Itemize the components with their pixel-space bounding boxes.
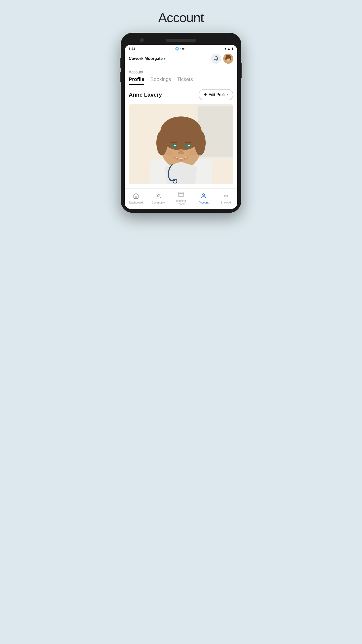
nav-label-dashboard: Dashboard	[129, 201, 143, 204]
account-section: Account Profile Bookings Tickets	[125, 67, 237, 85]
phone-screen: 6:33 🌐 ▪ ⊘ ▾ ▲ ▮ Cowork Moorgate ▾	[125, 45, 237, 209]
bell-icon	[214, 56, 219, 61]
user-avatar[interactable]	[223, 54, 233, 64]
signal-icon: ▲	[227, 47, 231, 51]
nav-item-dashboard[interactable]: Dashboard	[125, 193, 147, 204]
section-label: Account	[129, 70, 233, 74]
svg-point-27	[159, 194, 160, 195]
svg-point-26	[157, 194, 158, 195]
account-icon	[201, 193, 207, 200]
user-name: Anne Lavery	[129, 92, 162, 98]
svg-point-24	[189, 150, 197, 155]
svg-rect-28	[179, 192, 183, 197]
nav-item-community[interactable]: Community	[147, 193, 170, 204]
volume-up-button	[120, 58, 121, 68]
front-camera	[140, 38, 144, 42]
tab-profile[interactable]: Profile	[129, 76, 144, 85]
svg-point-22	[188, 145, 190, 146]
nav-item-meeting-rooms[interactable]: Meeting Rooms	[170, 191, 192, 206]
plus-icon: +	[204, 92, 207, 97]
battery-icon: ▮	[232, 47, 233, 51]
svg-point-3	[225, 57, 227, 60]
svg-point-21	[174, 145, 176, 146]
header-actions	[211, 54, 233, 64]
avatar-image	[223, 54, 233, 64]
profile-image	[129, 104, 233, 184]
profile-header: Anne Lavery + Edit Profile	[129, 89, 233, 100]
notifications-button[interactable]	[211, 54, 221, 64]
nav-label-show-all: Show All	[221, 201, 231, 204]
svg-point-33	[224, 195, 225, 196]
sim-icon: ▪	[180, 47, 181, 51]
globe-icon: 🌐	[175, 47, 179, 51]
svg-point-23	[165, 150, 173, 155]
phone-speaker	[166, 39, 196, 42]
tab-tickets[interactable]: Tickets	[177, 76, 193, 85]
status-icons-right: ▾ ▲ ▮	[224, 47, 233, 51]
app-header: Cowork Moorgate ▾	[125, 52, 237, 67]
phone-top	[125, 37, 237, 45]
svg-point-18	[161, 123, 201, 150]
svg-point-35	[228, 195, 228, 196]
bottom-navigation: Dashboard Community	[125, 188, 237, 209]
svg-point-20	[185, 144, 191, 148]
wifi-icon: ▾	[224, 47, 226, 51]
nav-label-meeting-rooms: Meeting Rooms	[176, 199, 186, 206]
status-icons-left: 🌐 ▪ ⊘	[175, 47, 185, 51]
svg-point-6	[229, 58, 230, 59]
meeting-rooms-icon	[178, 191, 184, 198]
community-icon	[155, 193, 161, 200]
svg-point-34	[226, 195, 227, 196]
page-title: Account	[158, 10, 204, 25]
status-bar: 6:33 🌐 ▪ ⊘ ▾ ▲ ▮	[125, 45, 237, 52]
tabs-container: Profile Bookings Tickets	[129, 76, 233, 85]
tab-bookings[interactable]: Bookings	[150, 76, 171, 85]
phone-frame: 6:33 🌐 ▪ ⊘ ▾ ▲ ▮ Cowork Moorgate ▾	[121, 33, 241, 213]
svg-point-32	[203, 194, 205, 196]
workspace-name[interactable]: Cowork Moorgate ▾	[129, 56, 165, 61]
edit-profile-button[interactable]: + Edit Profile	[199, 89, 233, 100]
nav-item-account[interactable]: Account	[192, 193, 215, 204]
nav-item-show-all[interactable]: Show All	[215, 193, 237, 204]
svg-point-19	[171, 144, 177, 148]
power-button	[241, 63, 242, 78]
chevron-down-icon: ▾	[164, 57, 165, 60]
more-icon	[223, 193, 229, 200]
status-time: 6:33	[129, 47, 135, 51]
profile-section: Anne Lavery + Edit Profile	[125, 85, 237, 188]
home-icon	[133, 193, 139, 200]
no-sign-icon: ⊘	[182, 47, 185, 51]
nav-label-account: Account	[199, 201, 209, 204]
svg-point-4	[230, 57, 231, 60]
volume-down-button	[120, 72, 121, 82]
nav-label-community: Community	[152, 201, 166, 204]
svg-point-5	[227, 58, 228, 59]
